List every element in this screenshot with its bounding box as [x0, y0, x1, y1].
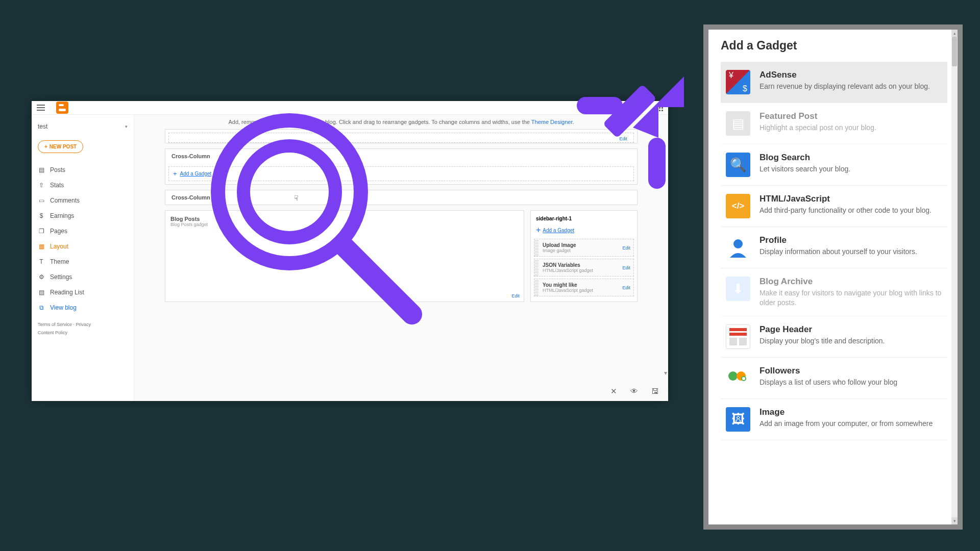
- terms-link[interactable]: Terms of Service: [38, 322, 72, 327]
- gadget-option-title: Blog Search: [760, 153, 850, 163]
- theme-designer-link[interactable]: Theme Designer: [531, 119, 573, 125]
- cross-column-title: Cross-Column: [165, 149, 637, 163]
- edit-link[interactable]: Edit: [615, 134, 631, 143]
- gadget-list: AdSenseEarn revenue by displaying releva…: [721, 62, 947, 440]
- gadget-option-profile[interactable]: ProfileDisplay information about yoursel…: [721, 227, 947, 268]
- gadget-option-desc: Highlight a special post on your blog.: [760, 123, 876, 133]
- topbar: ?: [32, 101, 668, 114]
- gadget-option-title: Page Header: [760, 324, 885, 335]
- plus-icon: +: [536, 226, 541, 235]
- nav-layout[interactable]: ▦Layout: [32, 239, 134, 254]
- gadget-title: Upload Image: [543, 242, 630, 248]
- top-gadget-bar[interactable]: Edit: [168, 133, 634, 143]
- nav-label: Stats: [50, 182, 64, 189]
- gadget-title: You might like: [543, 282, 630, 288]
- gadget-option-desc: Display your blog's title and descriptio…: [760, 336, 885, 346]
- sidebar-right-panel: sidebar-right-1 + Add a Gadget Upload Im…: [530, 210, 638, 302]
- new-post-button[interactable]: + NEW POST: [38, 140, 83, 153]
- save-icon[interactable]: 🖫: [651, 387, 659, 396]
- cross-column2-zone: Cross-Column 2: [165, 190, 638, 205]
- nav-label: Posts: [50, 166, 65, 173]
- drag-handle-icon[interactable]: [534, 239, 538, 256]
- drag-handle-icon[interactable]: [534, 259, 538, 276]
- nav-posts[interactable]: ▤Posts: [32, 162, 134, 178]
- gadget-sub: HTML/JavaScript gadget: [543, 268, 630, 273]
- earnings-icon: $: [38, 212, 45, 219]
- svg-rect-11: [739, 338, 747, 345]
- scrollbar[interactable]: ▴ ▾: [951, 30, 958, 524]
- svg-rect-10: [729, 338, 737, 345]
- nav-stats[interactable]: ⇧Stats: [32, 178, 134, 193]
- scroll-down-icon[interactable]: ▾: [951, 517, 958, 524]
- featured-icon: ▤: [726, 111, 750, 136]
- gadget-sub: Image gadget: [543, 248, 630, 253]
- nav-theme[interactable]: TTheme: [32, 254, 134, 269]
- gadget-option-title: Featured Post: [760, 111, 876, 121]
- sidebar-right-title: sidebar-right-1: [534, 214, 634, 223]
- gadget-option-html[interactable]: </>HTML/JavaScriptAdd third-party functi…: [721, 186, 947, 227]
- caret-down-icon: ▾: [125, 124, 128, 129]
- gadget-option-title: Blog Archive: [760, 277, 942, 287]
- scroll-up-icon[interactable]: ▴: [951, 30, 958, 37]
- close-icon[interactable]: ✕: [610, 387, 617, 396]
- nav-earnings[interactable]: $Earnings: [32, 208, 134, 223]
- gadget-you-might-like[interactable]: You might like HTML/JavaScript gadget Ed…: [534, 279, 634, 296]
- gadget-upload-image[interactable]: Upload Image Image gadget Edit: [534, 239, 634, 257]
- nav-label: Comments: [50, 197, 80, 204]
- instruction-text: Add, remove and edit gadgets on your blo…: [134, 115, 668, 129]
- layout-main: Add, remove and edit gadgets on your blo…: [134, 115, 668, 401]
- add-gadget-link[interactable]: Add a Gadget: [543, 228, 574, 233]
- scroll-indicator-icon: ▾: [664, 369, 667, 377]
- blog-posts-title: Blog Posts: [170, 216, 519, 222]
- content-policy-link[interactable]: Content Policy: [38, 330, 67, 335]
- nav-view-blog[interactable]: ⧉View blog: [32, 300, 134, 315]
- drag-handle-icon[interactable]: [534, 279, 538, 296]
- layout-icon: ▦: [38, 243, 45, 250]
- html-icon: </>: [726, 194, 750, 218]
- gadget-json-variables[interactable]: JSON Variables HTML/JavaScript gadget Ed…: [534, 259, 634, 277]
- nav-label: View blog: [50, 304, 77, 311]
- nav-comments[interactable]: ▭Comments: [32, 193, 134, 208]
- gadget-option-desc: Add an image from your computer, or from…: [760, 419, 933, 429]
- header-icon: [726, 324, 750, 349]
- svg-point-7: [733, 239, 743, 248]
- gadget-option-title: AdSense: [760, 70, 930, 80]
- preview-icon[interactable]: 👁: [630, 387, 638, 396]
- help-icon[interactable]: ?: [636, 103, 645, 112]
- blogger-logo-icon[interactable]: [56, 102, 68, 114]
- edit-link[interactable]: Edit: [622, 245, 630, 251]
- gadget-option-desc: Earn revenue by displaying relevant ads …: [760, 82, 930, 91]
- edit-link[interactable]: Edit: [622, 265, 630, 270]
- nav-pages[interactable]: ❐Pages: [32, 223, 134, 239]
- nav-settings[interactable]: ⚙Settings: [32, 269, 134, 285]
- gadget-option-desc: Let visitors search your blog.: [760, 164, 850, 174]
- blog-posts-gadget[interactable]: Blog Posts Blog Posts gadget Edit: [165, 210, 524, 302]
- gadget-title: JSON Variables: [543, 262, 630, 268]
- hamburger-icon[interactable]: [37, 105, 45, 111]
- stats-icon: ⇧: [38, 182, 45, 189]
- edit-link[interactable]: Edit: [622, 285, 630, 290]
- gadget-option-adsense[interactable]: AdSenseEarn revenue by displaying releva…: [721, 62, 947, 103]
- nav-label: Theme: [50, 258, 69, 265]
- nav-reading-list[interactable]: ▤Reading List: [32, 285, 134, 300]
- apps-grid-icon[interactable]: [656, 105, 663, 111]
- gadget-option-image[interactable]: 🖼ImageAdd an image from your computer, o…: [721, 399, 947, 440]
- add-gadget-sidebar[interactable]: + Add a Gadget: [534, 223, 634, 237]
- scroll-thumb[interactable]: [952, 37, 957, 66]
- edit-link[interactable]: Edit: [511, 293, 520, 298]
- privacy-link[interactable]: Privacy: [76, 322, 91, 327]
- svg-point-12: [728, 371, 738, 381]
- gadget-option-followers[interactable]: FollowersDisplays a list of users who fo…: [721, 358, 947, 399]
- gadget-option-archive[interactable]: ⬇Blog ArchiveMake it easy for visitors t…: [721, 268, 947, 316]
- new-post-label: NEW POST: [50, 144, 77, 149]
- gadget-option-header[interactable]: Page HeaderDisplay your blog's title and…: [721, 316, 947, 358]
- gadget-option-search[interactable]: 🔍Blog SearchLet visitors search your blo…: [721, 144, 947, 186]
- add-gadget-link[interactable]: Add a Gadget: [180, 171, 212, 177]
- dialog-title: Add a Gadget: [721, 39, 947, 53]
- gadget-option-featured[interactable]: ▤Featured PostHighlight a special post o…: [721, 103, 947, 144]
- nav-label: Pages: [50, 228, 67, 235]
- nav-label: Layout: [50, 243, 68, 250]
- reading-list-icon: ▤: [38, 289, 45, 296]
- add-gadget-slot[interactable]: + Add a Gadget: [168, 166, 634, 181]
- blog-selector[interactable]: test ▾: [32, 120, 134, 133]
